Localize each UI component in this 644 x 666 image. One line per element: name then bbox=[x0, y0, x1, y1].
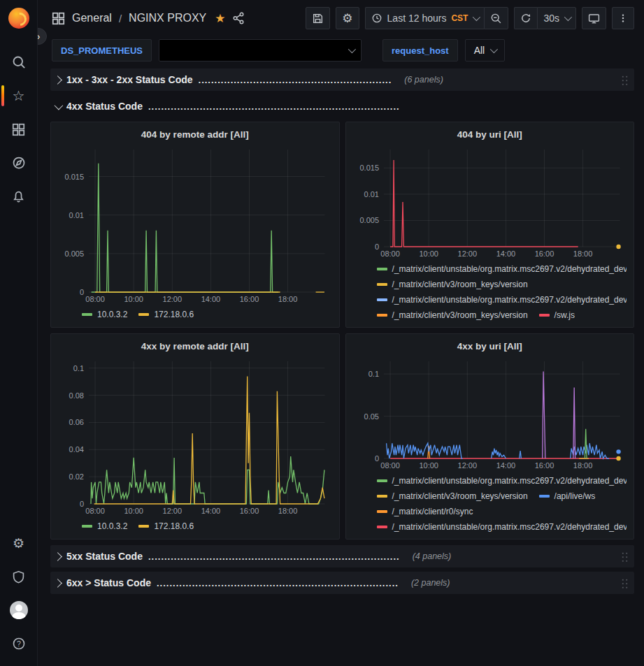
chevron-down-icon bbox=[473, 13, 480, 21]
svg-text:16:00: 16:00 bbox=[534, 461, 554, 470]
legend-item[interactable]: /_matrix/client/unstable/org.matrix.msc2… bbox=[377, 292, 627, 307]
zoom-out-time-button[interactable] bbox=[484, 7, 508, 29]
panel-title[interactable]: 4xx by uri [All] bbox=[353, 337, 627, 356]
legend-item[interactable]: 172.18.0.6 bbox=[138, 307, 194, 322]
clock-icon bbox=[371, 13, 382, 24]
chevron-right-icon bbox=[53, 75, 62, 85]
svg-text:0: 0 bbox=[80, 500, 84, 508]
legend-item[interactable]: /_matrix/client/unstable/org.matrix.msc2… bbox=[377, 473, 627, 488]
svg-text:18:00: 18:00 bbox=[573, 249, 592, 258]
svg-text:0.005: 0.005 bbox=[64, 249, 84, 258]
avatar bbox=[10, 601, 28, 619]
row-1xx-3xx-2xx[interactable]: 1xx - 3xx - 2xx Status Code ............… bbox=[50, 68, 634, 91]
breadcrumb-folder[interactable]: General bbox=[72, 12, 112, 24]
svg-text:10:00: 10:00 bbox=[124, 507, 143, 515]
variable-value-request-host[interactable]: All bbox=[465, 39, 506, 61]
timeseries-chart[interactable]: 00.020.040.060.080.108:0010:0012:0014:00… bbox=[58, 356, 332, 516]
legend-item[interactable]: /sw.js bbox=[539, 307, 575, 323]
dashboard-content: 1xx - 3xx - 2xx Status Code ............… bbox=[38, 67, 644, 594]
row-drag-handle[interactable] bbox=[621, 578, 629, 588]
sidebar-item-alerting[interactable] bbox=[0, 180, 38, 213]
row-leader-dots: ........................................… bbox=[148, 101, 400, 112]
refresh-interval-picker[interactable]: 30s bbox=[537, 7, 576, 29]
cycle-view-mode-button[interactable] bbox=[582, 7, 606, 29]
legend-label: 172.18.0.6 bbox=[154, 521, 194, 531]
panel-title[interactable]: 404 by remote addr [All] bbox=[58, 125, 332, 145]
timeseries-chart[interactable]: 00.0050.010.01508:0010:0012:0014:0016:00… bbox=[58, 145, 332, 304]
variable-label-request-host[interactable]: request_host bbox=[382, 39, 458, 61]
chart-plot-area[interactable]: 00.020.040.060.080.108:0010:0012:0014:00… bbox=[58, 356, 332, 516]
chart-legend: /_matrix/client/unstable/org.matrix.msc2… bbox=[353, 470, 627, 535]
svg-text:14:00: 14:00 bbox=[201, 295, 221, 303]
help-question-icon: ? bbox=[12, 637, 26, 651]
apps-grid-icon bbox=[52, 12, 65, 25]
search-icon bbox=[12, 55, 26, 69]
panel-title[interactable]: 404 by uri [All] bbox=[353, 125, 627, 145]
dashboard-settings-button[interactable]: ⚙ bbox=[336, 7, 359, 29]
svg-text:0.06: 0.06 bbox=[69, 418, 84, 426]
chart-legend: 10.0.3.2172.18.0.6 bbox=[58, 516, 332, 535]
timezone-label: CST bbox=[451, 13, 468, 23]
timeseries-chart[interactable]: 00.0050.010.01508:0010:0012:0014:0016:00… bbox=[353, 145, 627, 259]
svg-text:12:00: 12:00 bbox=[163, 295, 183, 303]
variable-value-ds-prometheus[interactable] bbox=[159, 39, 362, 61]
refresh-button[interactable] bbox=[514, 7, 537, 29]
row-4xx[interactable]: 4xx Status Code ........................… bbox=[50, 95, 634, 117]
legend-swatch bbox=[82, 525, 92, 528]
legend-item[interactable]: /_matrix/client/unstable/org.matrix.msc2… bbox=[377, 519, 627, 535]
legend-item[interactable]: /api/live/ws bbox=[539, 488, 596, 504]
save-dashboard-button[interactable] bbox=[306, 7, 330, 29]
legend-item[interactable]: /_matrix/client/r0/sync bbox=[377, 504, 473, 519]
legend-item[interactable]: /_matrix/client/v3/room_keys/version bbox=[377, 307, 528, 323]
legend-item[interactable]: /_matrix/client/v3/room_keys/version bbox=[377, 277, 528, 292]
star-outline-icon: ☆ bbox=[13, 87, 25, 104]
svg-text:0: 0 bbox=[80, 288, 84, 296]
shield-icon bbox=[12, 570, 25, 584]
legend-item[interactable]: /_matrix/client/v3/room_keys/version bbox=[377, 488, 528, 504]
panel-4xx-by-remote-addr: 4xx by remote addr [All] 00.020.040.060.… bbox=[50, 333, 340, 540]
variable-label-ds-prometheus[interactable]: DS_PROMETHEUS bbox=[52, 39, 152, 61]
panel-grid: 404 by remote addr [All] 00.0050.010.015… bbox=[50, 122, 634, 540]
legend-item[interactable]: /_matrix/client/unstable/org.matrix.msc2… bbox=[377, 261, 627, 277]
svg-text:0: 0 bbox=[374, 242, 378, 251]
sidebar-item-server-admin[interactable] bbox=[0, 560, 38, 593]
grafana-logo-icon[interactable] bbox=[8, 8, 29, 29]
legend-item[interactable]: 10.0.3.2 bbox=[82, 519, 127, 534]
svg-text:0.1: 0.1 bbox=[368, 370, 378, 378]
sidebar-item-help[interactable]: ? bbox=[0, 627, 38, 660]
row-drag-handle[interactable] bbox=[621, 75, 629, 85]
row-6xx[interactable]: 6xx > Status Code ......................… bbox=[50, 572, 634, 594]
sidebar-item-profile[interactable] bbox=[0, 593, 38, 627]
favorite-star-icon[interactable]: ★ bbox=[215, 11, 225, 25]
sidebar-item-search[interactable] bbox=[0, 45, 38, 79]
sidebar-item-starred[interactable]: ☆ bbox=[0, 79, 38, 113]
legend-label: /api/live/ws bbox=[554, 491, 596, 501]
panel-title[interactable]: 4xx by remote addr [All] bbox=[58, 337, 332, 356]
share-icon[interactable] bbox=[232, 12, 245, 24]
chevron-down-icon bbox=[55, 101, 64, 110]
request-host-value: All bbox=[474, 45, 485, 56]
sidebar-item-explore[interactable] bbox=[0, 146, 38, 180]
sidebar-item-dashboards[interactable] bbox=[0, 113, 38, 146]
legend-label: /_matrix/client/r0/sync bbox=[392, 507, 473, 516]
more-options-button[interactable] bbox=[612, 7, 634, 29]
svg-text:0: 0 bbox=[374, 454, 378, 463]
svg-text:12:00: 12:00 bbox=[457, 249, 477, 258]
row-panel-count: (4 panels) bbox=[413, 551, 452, 561]
legend-item[interactable]: 10.0.3.2 bbox=[82, 307, 127, 322]
row-drag-handle[interactable] bbox=[621, 551, 629, 562]
sidebar-item-settings[interactable]: ⚙ bbox=[0, 526, 38, 560]
row-title: 4xx Status Code bbox=[66, 101, 143, 112]
chart-plot-area[interactable]: 00.0050.010.01508:0010:0012:0014:0016:00… bbox=[353, 145, 627, 259]
legend-item[interactable]: 172.18.0.6 bbox=[138, 519, 194, 534]
chart-plot-area[interactable]: 00.050.108:0010:0012:0014:0016:0018:00 bbox=[353, 356, 627, 470]
dashboard-title[interactable]: NGINX PROXY bbox=[129, 12, 206, 24]
legend-label: /_matrix/client/v3/room_keys/version bbox=[392, 310, 528, 320]
row-panel-count: (6 panels) bbox=[404, 75, 443, 85]
chart-plot-area[interactable]: 00.0050.010.01508:0010:0012:0014:0016:00… bbox=[58, 145, 332, 304]
svg-text:12:00: 12:00 bbox=[163, 507, 183, 515]
row-5xx[interactable]: 5xx Status Code ........................… bbox=[50, 545, 634, 567]
time-range-picker[interactable]: Last 12 hours CST bbox=[365, 7, 485, 29]
svg-text:14:00: 14:00 bbox=[201, 507, 221, 515]
timeseries-chart[interactable]: 00.050.108:0010:0012:0014:0016:0018:00 bbox=[353, 356, 627, 470]
